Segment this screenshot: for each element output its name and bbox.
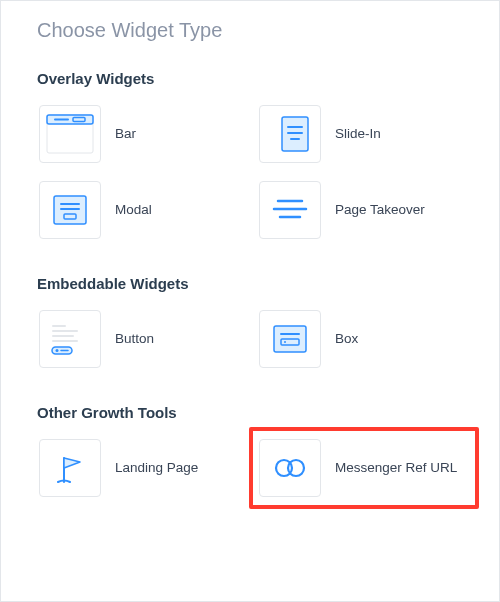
- box-icon: [259, 310, 321, 368]
- refurl-icon: [259, 439, 321, 497]
- slidein-icon: [259, 105, 321, 163]
- takeover-icon: [259, 181, 321, 239]
- button-icon: [39, 310, 101, 368]
- widget-takeover[interactable]: Page Takeover: [257, 179, 471, 241]
- widget-box-label: Box: [335, 330, 358, 348]
- widget-modal-label: Modal: [115, 201, 152, 219]
- page-title: Choose Widget Type: [37, 19, 471, 42]
- widget-slidein[interactable]: Slide-In: [257, 103, 471, 165]
- widget-refurl-label: Messenger Ref URL: [335, 459, 457, 477]
- svg-point-20: [56, 349, 59, 352]
- widget-landing-label: Landing Page: [115, 459, 198, 477]
- widget-button-label: Button: [115, 330, 154, 348]
- widget-refurl[interactable]: Messenger Ref URL: [249, 427, 479, 509]
- embeddable-grid: Button Box: [37, 308, 471, 370]
- other-grid: Landing Page Messenger Ref URL: [37, 437, 471, 499]
- widget-box[interactable]: Box: [257, 308, 471, 370]
- svg-point-25: [284, 341, 286, 343]
- widget-slidein-label: Slide-In: [335, 125, 381, 143]
- widget-bar[interactable]: Bar: [37, 103, 251, 165]
- section-embeddable-title: Embeddable Widgets: [37, 275, 471, 292]
- svg-point-28: [288, 460, 304, 476]
- landing-icon: [39, 439, 101, 497]
- widget-takeover-label: Page Takeover: [335, 201, 425, 219]
- widget-button[interactable]: Button: [37, 308, 251, 370]
- overlay-grid: Bar Slide-In M: [37, 103, 471, 241]
- widget-bar-label: Bar: [115, 125, 136, 143]
- svg-rect-1: [47, 115, 93, 124]
- widget-modal[interactable]: Modal: [37, 179, 251, 241]
- section-overlay-title: Overlay Widgets: [37, 70, 471, 87]
- widget-landing[interactable]: Landing Page: [37, 437, 251, 499]
- section-other-title: Other Growth Tools: [37, 404, 471, 421]
- bar-icon: [39, 105, 101, 163]
- modal-icon: [39, 181, 101, 239]
